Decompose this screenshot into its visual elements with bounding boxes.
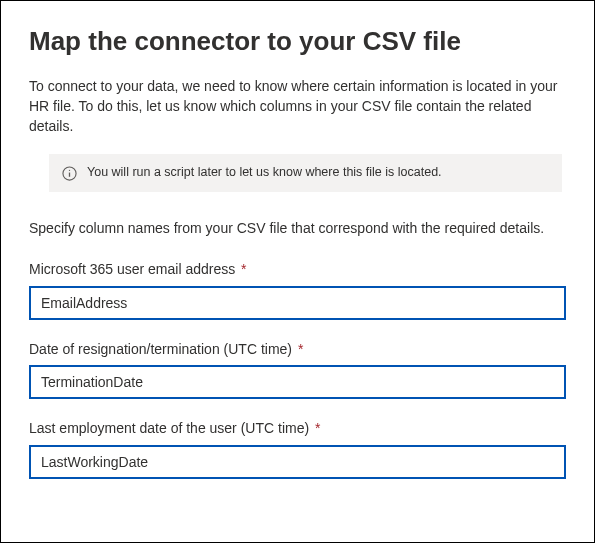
field-termination: Date of resignation/termination (UTC tim… — [29, 340, 566, 400]
svg-point-2 — [68, 169, 69, 170]
intro-text: To connect to your data, we need to know… — [29, 76, 566, 137]
required-asterisk: * — [237, 261, 246, 277]
field-label-text: Microsoft 365 user email address — [29, 261, 235, 277]
field-email: Microsoft 365 user email address * — [29, 260, 566, 320]
field-label-email: Microsoft 365 user email address * — [29, 260, 566, 280]
lastworking-column-input[interactable] — [29, 445, 566, 479]
info-banner-text: You will run a script later to let us kn… — [87, 164, 442, 182]
field-label-text: Last employment date of the user (UTC ti… — [29, 420, 309, 436]
page-title: Map the connector to your CSV file — [29, 25, 566, 58]
field-label-termination: Date of resignation/termination (UTC tim… — [29, 340, 566, 360]
required-asterisk: * — [294, 341, 303, 357]
field-lastworking: Last employment date of the user (UTC ti… — [29, 419, 566, 479]
section-instruction: Specify column names from your CSV file … — [29, 218, 566, 238]
termination-column-input[interactable] — [29, 365, 566, 399]
info-icon — [61, 165, 77, 181]
field-label-text: Date of resignation/termination (UTC tim… — [29, 341, 292, 357]
email-column-input[interactable] — [29, 286, 566, 320]
field-label-lastworking: Last employment date of the user (UTC ti… — [29, 419, 566, 439]
info-banner: You will run a script later to let us kn… — [49, 154, 562, 192]
required-asterisk: * — [311, 420, 320, 436]
